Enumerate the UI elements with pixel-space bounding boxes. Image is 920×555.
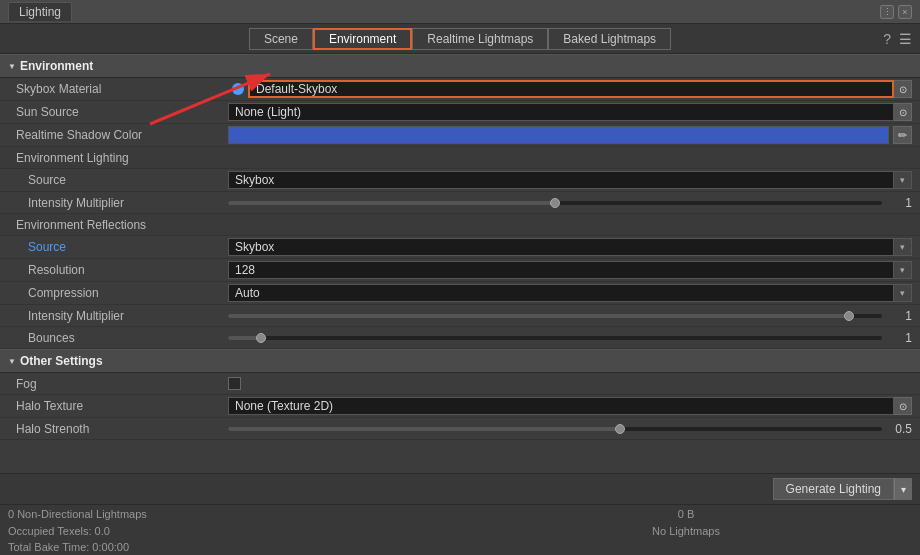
- halo-strength-track[interactable]: [228, 427, 882, 431]
- env-reflections-intensity-row: Intensity Multiplier 1: [0, 305, 920, 327]
- tab-scene[interactable]: Scene: [249, 28, 313, 50]
- env-reflections-compression-dropdown-group: Auto ▾: [228, 284, 912, 302]
- help-icon[interactable]: ?: [883, 31, 891, 47]
- skybox-material-select-button[interactable]: ⊙: [894, 80, 912, 98]
- fog-row: Fog: [0, 373, 920, 395]
- env-lighting-source-label: Source: [8, 173, 228, 187]
- env-lighting-source-arrow[interactable]: ▾: [894, 171, 912, 189]
- env-reflections-compression-label: Compression: [8, 286, 228, 300]
- env-reflections-source-label: Source: [8, 240, 228, 254]
- more-options-button[interactable]: ⋮: [880, 5, 894, 19]
- other-settings-collapse-icon[interactable]: ▼: [8, 357, 16, 366]
- lightmaps-count: 0 Non-Directional Lightmaps: [8, 508, 460, 520]
- window-controls: ⋮ ×: [880, 5, 912, 19]
- sun-source-field-group: ⊙: [228, 103, 912, 121]
- other-settings-section-header[interactable]: ▼ Other Settings: [0, 349, 920, 373]
- env-lighting-intensity-label: Intensity Multiplier: [8, 196, 228, 210]
- halo-texture-row: Halo Texture ⊙: [0, 395, 920, 418]
- environment-lighting-header: Environment Lighting: [0, 147, 920, 169]
- halo-strength-thumb[interactable]: [615, 424, 625, 434]
- generate-lighting-button[interactable]: Generate Lighting: [773, 478, 894, 500]
- halo-strength-display: 0.5: [888, 422, 912, 436]
- env-reflections-resolution-dropdown[interactable]: 128: [228, 261, 894, 279]
- bottom-actions-row: Generate Lighting ▾: [0, 474, 920, 505]
- skybox-material-dot-icon: [232, 83, 244, 95]
- env-reflections-bounces-thumb[interactable]: [256, 333, 266, 343]
- env-reflections-source-row: Source Skybox ▾: [0, 236, 920, 259]
- env-lighting-intensity-row: Intensity Multiplier 1: [0, 192, 920, 214]
- bake-time: Total Bake Time: 0:00:00: [8, 541, 912, 553]
- sun-source-value: ⊙: [228, 103, 912, 121]
- env-reflections-compression-arrow[interactable]: ▾: [894, 284, 912, 302]
- env-reflections-intensity-label: Intensity Multiplier: [8, 309, 228, 323]
- env-lighting-intensity-track[interactable]: [228, 201, 882, 205]
- env-reflections-resolution-arrow[interactable]: ▾: [894, 261, 912, 279]
- lightmaps-status: No Lightmaps: [460, 525, 912, 537]
- sun-source-row: Sun Source ⊙: [0, 101, 920, 124]
- other-settings-section-label: Other Settings: [20, 354, 103, 368]
- tab-realtime-lightmaps[interactable]: Realtime Lightmaps: [412, 28, 548, 50]
- window-tab[interactable]: Lighting: [8, 2, 72, 21]
- sun-source-input[interactable]: [228, 103, 894, 121]
- sun-source-select-button[interactable]: ⊙: [894, 103, 912, 121]
- env-reflections-bounces-row: Bounces 1: [0, 327, 920, 349]
- sun-source-label: Sun Source: [8, 105, 228, 119]
- fog-label: Fog: [8, 377, 228, 391]
- environment-collapse-icon[interactable]: ▼: [8, 62, 16, 71]
- halo-texture-label: Halo Texture: [8, 399, 228, 413]
- env-reflections-intensity-track[interactable]: [228, 314, 882, 318]
- shadow-color-row: Realtime Shadow Color ✏: [0, 124, 920, 147]
- env-reflections-intensity-slider-group: 1: [228, 309, 912, 323]
- bottom-bar: Generate Lighting ▾ 0 Non-Directional Li…: [0, 473, 920, 555]
- halo-texture-value: ⊙: [228, 397, 912, 415]
- shadow-color-value: ✏: [228, 126, 912, 144]
- env-reflections-resolution-value: 128 ▾: [228, 261, 912, 279]
- env-lighting-intensity-display: 1: [888, 196, 912, 210]
- env-reflections-resolution-dropdown-group: 128 ▾: [228, 261, 912, 279]
- tab-bar: Scene Environment Realtime Lightmaps Bak…: [0, 24, 920, 54]
- lightmaps-size: 0 B: [460, 508, 912, 520]
- env-reflections-source-dropdown-group: Skybox ▾: [228, 238, 912, 256]
- window-title: Lighting: [19, 5, 61, 19]
- env-reflections-intensity-thumb[interactable]: [844, 311, 854, 321]
- title-bar: Lighting ⋮ ×: [0, 0, 920, 24]
- env-lighting-source-dropdown[interactable]: Skybox: [228, 171, 894, 189]
- environment-reflections-label: Environment Reflections: [8, 218, 228, 232]
- occupied-texels: Occupied Texels: 0.0: [8, 525, 460, 537]
- bottom-info-row: 0 Non-Directional Lightmaps 0 B: [0, 505, 920, 523]
- env-reflections-bounces-display: 1: [888, 331, 912, 345]
- env-lighting-intensity-slider-group: 1: [228, 196, 912, 210]
- halo-texture-select-button[interactable]: ⊙: [894, 397, 912, 415]
- env-reflections-source-dropdown[interactable]: Skybox: [228, 238, 894, 256]
- env-reflections-compression-value: Auto ▾: [228, 284, 912, 302]
- close-button[interactable]: ×: [898, 5, 912, 19]
- env-reflections-source-value: Skybox ▾: [228, 238, 912, 256]
- env-reflections-bounces-track[interactable]: [228, 336, 882, 340]
- env-lighting-intensity-thumb[interactable]: [550, 198, 560, 208]
- fog-checkbox[interactable]: [228, 377, 241, 390]
- shadow-color-edit-button[interactable]: ✏: [893, 126, 912, 144]
- spacer: [0, 440, 920, 449]
- tab-bar-actions: ? ☰: [883, 31, 912, 47]
- env-reflections-intensity-fill: [228, 314, 849, 318]
- environment-section-header[interactable]: ▼ Environment: [0, 54, 920, 78]
- bottom-info-row3: Total Bake Time: 0:00:00: [0, 539, 920, 555]
- skybox-material-row: Skybox Material ⊙: [0, 78, 920, 101]
- env-reflections-compression-dropdown[interactable]: Auto: [228, 284, 894, 302]
- skybox-material-input[interactable]: [248, 80, 894, 98]
- generate-lighting-group: Generate Lighting ▾: [773, 478, 912, 500]
- env-lighting-intensity-value: 1: [228, 196, 912, 210]
- env-reflections-source-arrow[interactable]: ▾: [894, 238, 912, 256]
- settings-icon[interactable]: ☰: [899, 31, 912, 47]
- environment-lighting-label: Environment Lighting: [8, 151, 228, 165]
- shadow-color-field[interactable]: [228, 126, 889, 144]
- generate-lighting-dropdown-button[interactable]: ▾: [894, 478, 912, 500]
- env-lighting-intensity-fill: [228, 201, 555, 205]
- halo-texture-field-group: ⊙: [228, 397, 912, 415]
- tab-environment[interactable]: Environment: [313, 28, 412, 50]
- tab-baked-lightmaps[interactable]: Baked Lightmaps: [548, 28, 671, 50]
- halo-strength-fill: [228, 427, 620, 431]
- halo-strength-label: Halo Strenoth: [8, 422, 228, 436]
- halo-texture-input[interactable]: [228, 397, 894, 415]
- halo-strength-value: 0.5: [228, 422, 912, 436]
